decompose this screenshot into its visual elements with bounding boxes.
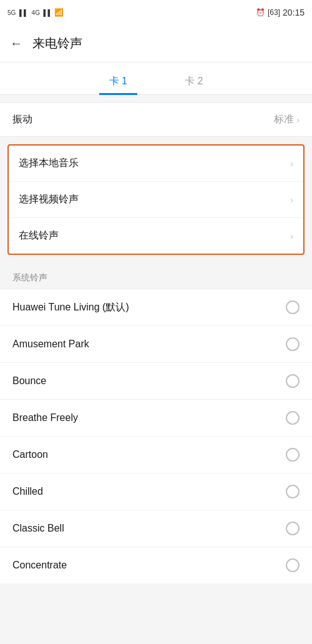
list-item[interactable]: Classic Bell bbox=[0, 510, 312, 547]
option-online-ringtone-chevron: › bbox=[290, 231, 293, 241]
battery-indicator: [63] bbox=[268, 8, 280, 17]
back-button[interactable]: ← bbox=[10, 36, 22, 51]
alarm-icon: ⏰ bbox=[256, 8, 265, 17]
page-header: ← 来电铃声 bbox=[0, 25, 312, 62]
radio-button[interactable] bbox=[286, 300, 300, 314]
sim-indicators: 5G ▌▌ 4G ▌▌ bbox=[7, 9, 52, 16]
option-video-ringtone-label: 选择视频铃声 bbox=[19, 193, 79, 206]
ringtone-name: Chilled bbox=[12, 486, 43, 497]
tabs-container: 卡 1 卡 2 bbox=[0, 62, 312, 95]
vibration-label: 振动 bbox=[12, 113, 32, 126]
ringtone-name: Breathe Freely bbox=[12, 412, 78, 424]
radio-button[interactable] bbox=[286, 558, 300, 572]
time-display: 20:15 bbox=[283, 7, 305, 17]
radio-button[interactable] bbox=[286, 337, 300, 351]
ringtone-name: Amusement Park bbox=[12, 339, 89, 350]
list-item[interactable]: Bounce bbox=[0, 363, 312, 400]
option-video-ringtone-chevron: › bbox=[290, 195, 293, 205]
list-item[interactable]: Breathe Freely bbox=[0, 400, 312, 437]
highlighted-options-box: 选择本地音乐 › 选择视频铃声 › 在线铃声 › bbox=[7, 144, 305, 255]
page-title: 来电铃声 bbox=[32, 35, 82, 52]
status-bar: 5G ▌▌ 4G ▌▌ 📶 ⏰ [63] 20:15 bbox=[0, 0, 312, 25]
option-local-music-label: 选择本地音乐 bbox=[19, 157, 79, 170]
ringtone-name: Concentrate bbox=[12, 560, 67, 571]
status-left-icons: 5G ▌▌ 4G ▌▌ 📶 bbox=[7, 8, 64, 17]
tab-card1[interactable]: 卡 1 bbox=[99, 70, 137, 95]
option-online-ringtone-label: 在线铃声 bbox=[19, 229, 59, 242]
list-item[interactable]: Cartoon bbox=[0, 437, 312, 473]
option-video-ringtone[interactable]: 选择视频铃声 › bbox=[9, 182, 303, 218]
ringtone-list: Huawei Tune Living (默认) Amusement Park B… bbox=[0, 289, 312, 583]
radio-button[interactable] bbox=[286, 485, 300, 498]
list-item[interactable]: Huawei Tune Living (默认) bbox=[0, 289, 312, 326]
ringtone-name: Huawei Tune Living (默认) bbox=[12, 301, 129, 314]
ringtone-name: Classic Bell bbox=[12, 523, 64, 534]
vibration-row[interactable]: 振动 标准 › bbox=[0, 102, 312, 137]
wifi-icon: 📶 bbox=[54, 8, 64, 17]
option-online-ringtone[interactable]: 在线铃声 › bbox=[9, 218, 303, 254]
list-item[interactable]: Chilled bbox=[0, 473, 312, 510]
ringtone-name: Bounce bbox=[12, 375, 46, 387]
ringtone-name: Cartoon bbox=[12, 449, 48, 460]
option-local-music-chevron: › bbox=[290, 159, 293, 169]
option-local-music[interactable]: 选择本地音乐 › bbox=[9, 146, 303, 182]
system-ringtones-header: 系统铃声 bbox=[0, 262, 312, 289]
radio-button[interactable] bbox=[286, 448, 300, 462]
radio-button[interactable] bbox=[286, 411, 300, 425]
tab-card2[interactable]: 卡 2 bbox=[175, 70, 213, 95]
list-item[interactable]: Concentrate bbox=[0, 547, 312, 583]
status-right-icons: ⏰ [63] 20:15 bbox=[256, 7, 305, 17]
radio-button[interactable] bbox=[286, 522, 300, 535]
radio-button[interactable] bbox=[286, 374, 300, 388]
list-item[interactable]: Amusement Park bbox=[0, 326, 312, 363]
vibration-chevron: › bbox=[296, 115, 300, 125]
vibration-value: 标准 › bbox=[274, 113, 300, 126]
